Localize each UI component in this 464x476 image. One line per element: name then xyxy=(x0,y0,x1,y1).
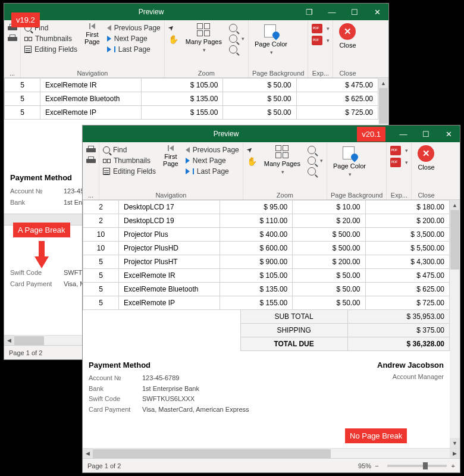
group-close: Close xyxy=(415,190,437,199)
many-pages-button[interactable]: Many Pages▾ xyxy=(262,144,303,176)
zoom-in-button[interactable] xyxy=(308,146,323,154)
zoom-percent-button[interactable]: ▾ xyxy=(308,156,323,165)
zoom-out-button[interactable] xyxy=(229,45,244,54)
group-page-background: Page Background xyxy=(331,190,383,199)
table-row: 10Projector Plus$ 400.00$ 500.00$ 3,500.… xyxy=(83,228,450,242)
export-pdf-button[interactable]: ▾ xyxy=(390,146,408,155)
scroll-left-button[interactable]: ◀ xyxy=(4,336,14,346)
payment-heading: Payment Method xyxy=(89,361,249,369)
titlebar: Preview ❐ — ☐ ✕ xyxy=(83,126,460,142)
find-button[interactable]: Find xyxy=(103,146,156,154)
quick-print-button[interactable] xyxy=(86,156,96,165)
close-preview-button[interactable]: ✕ Close xyxy=(337,22,358,50)
close-preview-button[interactable]: ✕ Close xyxy=(415,144,437,172)
card-label: Card Payment xyxy=(89,405,135,415)
pointer-tool[interactable] xyxy=(247,146,257,154)
shipping-label: SHIPPING xyxy=(240,324,347,337)
hand-tool[interactable] xyxy=(168,35,178,44)
table-row: 5ExcelRemote Bluetooth$ 135.00$ 50.00$ 6… xyxy=(5,92,378,106)
first-page-icon xyxy=(89,23,95,29)
right-arrow-icon xyxy=(186,158,190,164)
table-row: 5ExcelRemote IR$ 105.00$ 50.00$ 475.00 xyxy=(83,269,450,283)
swift-label: Swift Code xyxy=(10,267,57,278)
minimize-button[interactable]: — xyxy=(321,4,343,20)
maximize-button[interactable]: ☐ xyxy=(415,126,437,142)
no-page-break-callout: No Page Break xyxy=(345,428,407,443)
maximize-button[interactable]: ☐ xyxy=(343,4,366,20)
pointer-tool[interactable] xyxy=(168,24,178,32)
invoice-table: 2DesktopLCD 17$ 95.00$ 10.00$ 180.002Des… xyxy=(83,200,450,310)
zoom-value: 95% xyxy=(358,462,371,469)
zoom-in-button[interactable]: + xyxy=(452,462,455,469)
zoom-out-icon xyxy=(308,167,316,176)
left-arrow-icon xyxy=(186,147,190,153)
right-arrow-icon xyxy=(107,46,111,52)
page-color-button[interactable]: Page Color▾ xyxy=(252,22,290,57)
editing-fields-button[interactable]: Editing Fields xyxy=(24,45,77,54)
horizontal-scrollbar[interactable]: ◀ ▶ xyxy=(83,448,460,458)
zoom-in-button[interactable] xyxy=(229,24,244,32)
next-page-button[interactable]: Next Page xyxy=(186,156,239,165)
group-overflow[interactable]: ... xyxy=(8,68,17,77)
quick-print-button[interactable] xyxy=(8,35,17,43)
vertical-scrollbar[interactable]: ▲ ▼ xyxy=(450,200,460,448)
window-title: Preview xyxy=(4,8,298,16)
table-row: 10Projector PlusHD$ 600.00$ 500.00$ 5,50… xyxy=(83,242,450,255)
send-pdf-button[interactable]: ▾ xyxy=(312,36,330,45)
page-indicator: Page 1 of 2 xyxy=(9,349,42,356)
scroll-up-button[interactable]: ▲ xyxy=(450,200,460,210)
zoom-out-button[interactable]: − xyxy=(375,462,378,469)
hand-tool[interactable] xyxy=(247,156,257,166)
zoom-in-icon xyxy=(229,24,237,32)
edit-icon xyxy=(24,46,32,53)
group-overflow[interactable]: ... xyxy=(86,190,95,199)
table-row: 5ExcelRemote IR$ 105.00$ 50.00$ 475.00 xyxy=(5,79,378,92)
page-color-icon xyxy=(340,145,358,161)
zoom-out-button[interactable] xyxy=(308,167,323,176)
group-navigation: Navigation xyxy=(24,68,161,77)
next-page-button[interactable]: Next Page xyxy=(107,35,161,43)
group-export: Exp... xyxy=(312,68,329,77)
editing-fields-button[interactable]: Editing Fields xyxy=(103,167,156,176)
first-page-button[interactable]: FirstPage xyxy=(161,144,181,168)
scroll-up-button[interactable]: ▲ xyxy=(378,78,388,88)
swift-value: SWFTKUS6LXXX xyxy=(142,394,195,405)
restore-icon[interactable]: ❐ xyxy=(298,4,321,20)
bank-value: 1st Enterprise Bank xyxy=(142,384,199,394)
close-window-button[interactable]: ✕ xyxy=(366,4,388,20)
group-export: Exp... xyxy=(390,190,407,199)
titlebar: Preview ❐ — ☐ ✕ xyxy=(4,4,388,20)
group-zoom: Zoom xyxy=(168,68,244,77)
export-pdf-button[interactable]: ▾ xyxy=(312,24,330,33)
edit-icon xyxy=(103,168,110,175)
first-page-icon xyxy=(168,145,174,151)
many-pages-button[interactable]: Many Pages▾ xyxy=(183,22,224,54)
page-color-button[interactable]: Page Color▾ xyxy=(331,144,368,178)
pdf-icon xyxy=(312,24,322,33)
scroll-right-button[interactable]: ▶ xyxy=(450,449,460,459)
hand-icon xyxy=(247,156,257,166)
previous-page-button[interactable]: Previous Page xyxy=(186,146,239,154)
last-page-button[interactable]: Last Page xyxy=(186,167,239,176)
hand-icon xyxy=(168,35,178,44)
scroll-left-button[interactable]: ◀ xyxy=(83,449,93,459)
version-badge-v19: v19.2 xyxy=(11,12,40,27)
previous-page-button[interactable]: Previous Page xyxy=(107,24,161,32)
close-window-button[interactable]: ✕ xyxy=(437,126,460,142)
account-label: Account № xyxy=(10,186,57,197)
thumbnails-button[interactable]: Thumbnails xyxy=(24,35,77,43)
version-badge-v20: v20.1 xyxy=(357,127,385,142)
minimize-button[interactable]: — xyxy=(392,126,415,142)
zoom-percent-button[interactable]: ▾ xyxy=(229,35,244,43)
scroll-down-button[interactable]: ▼ xyxy=(450,438,460,448)
group-close: Close xyxy=(337,68,358,77)
zoom-slider[interactable] xyxy=(387,465,447,467)
pointer-icon xyxy=(247,146,253,154)
last-page-button[interactable]: Last Page xyxy=(107,45,161,54)
first-page-button[interactable]: FirstPage xyxy=(82,22,102,46)
print-button[interactable] xyxy=(86,146,96,154)
shipping-value: $ 375.00 xyxy=(347,324,449,337)
thumbnails-button[interactable]: Thumbnails xyxy=(103,156,156,165)
table-row: 5ExcelRemote IP$ 155.00$ 50.00$ 725.00 xyxy=(5,106,378,120)
send-pdf-button[interactable]: ▾ xyxy=(390,158,408,167)
